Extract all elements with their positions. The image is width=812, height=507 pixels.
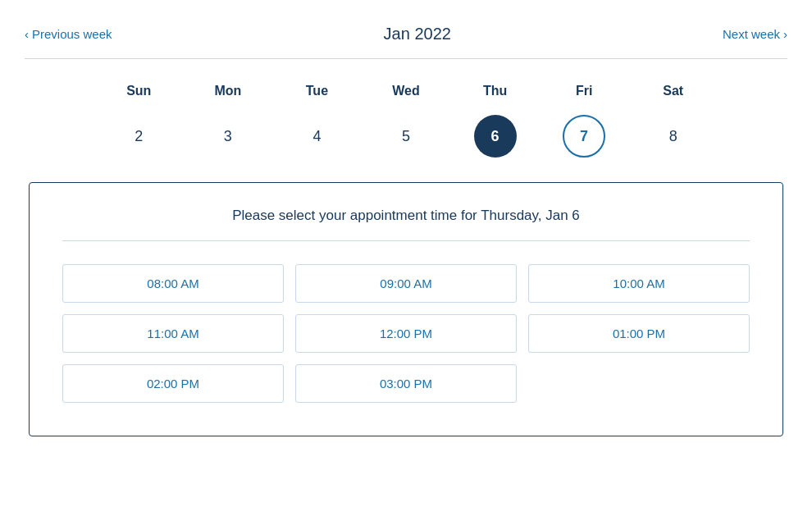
time-slot-09-00-am[interactable]: 09:00 AM — [295, 264, 517, 303]
day-header-fri: Fri — [540, 84, 629, 115]
time-slot-10-00-am[interactable]: 10:00 AM — [528, 264, 750, 303]
day-cell-2[interactable]: 2 — [94, 115, 184, 158]
day-cell-4[interactable]: 4 — [272, 115, 362, 158]
next-week-label: Next week — [723, 27, 780, 41]
month-title: Jan 2022 — [384, 25, 451, 43]
day-header-thu: Thu — [450, 84, 540, 115]
next-week-button[interactable]: Next week › — [723, 27, 787, 41]
prev-week-label: Previous week — [32, 27, 112, 41]
day-header-sat: Sat — [628, 84, 718, 115]
day-number-3[interactable]: 3 — [207, 115, 249, 158]
calendar-header: ‹ Previous week Jan 2022 Next week › — [25, 16, 787, 58]
time-slot-01-00-pm[interactable]: 01:00 PM — [528, 314, 750, 353]
day-number-6[interactable]: 6 — [474, 115, 517, 158]
appointment-panel: Please select your appointment time for … — [29, 182, 783, 436]
day-cell-3[interactable]: 3 — [184, 115, 273, 158]
appointment-title: Please select your appointment time for … — [62, 208, 750, 224]
chevron-right-icon: › — [783, 27, 787, 41]
day-number-7[interactable]: 7 — [563, 115, 605, 158]
day-number-8[interactable]: 8 — [652, 115, 695, 158]
time-slot-12-00-pm[interactable]: 12:00 PM — [295, 314, 517, 353]
day-cell-7[interactable]: 7 — [540, 115, 629, 158]
time-slot-08-00-am[interactable]: 08:00 AM — [62, 264, 284, 303]
week-calendar: SunMonTueWedThuFriSat2345678 — [25, 84, 787, 158]
day-cell-6[interactable]: 6 — [450, 115, 540, 158]
header-divider — [25, 58, 787, 59]
day-header-tue: Tue — [272, 84, 362, 115]
day-number-2[interactable]: 2 — [117, 115, 160, 158]
panel-divider — [62, 240, 750, 241]
day-number-4[interactable]: 4 — [295, 115, 338, 158]
day-header-sun: Sun — [94, 84, 184, 115]
day-cell-5[interactable]: 5 — [362, 115, 451, 158]
day-number-5[interactable]: 5 — [385, 115, 427, 158]
time-grid: 08:00 AM09:00 AM10:00 AM11:00 AM12:00 PM… — [62, 264, 750, 403]
prev-week-button[interactable]: ‹ Previous week — [25, 27, 112, 41]
days-grid: SunMonTueWedThuFriSat2345678 — [94, 84, 718, 158]
time-slot-03-00-pm[interactable]: 03:00 PM — [295, 364, 517, 403]
day-header-wed: Wed — [362, 84, 451, 115]
time-slot-11-00-am[interactable]: 11:00 AM — [62, 314, 284, 353]
chevron-left-icon: ‹ — [25, 27, 29, 41]
day-header-mon: Mon — [184, 84, 273, 115]
day-cell-8[interactable]: 8 — [628, 115, 718, 158]
time-slot-02-00-pm[interactable]: 02:00 PM — [62, 364, 284, 403]
